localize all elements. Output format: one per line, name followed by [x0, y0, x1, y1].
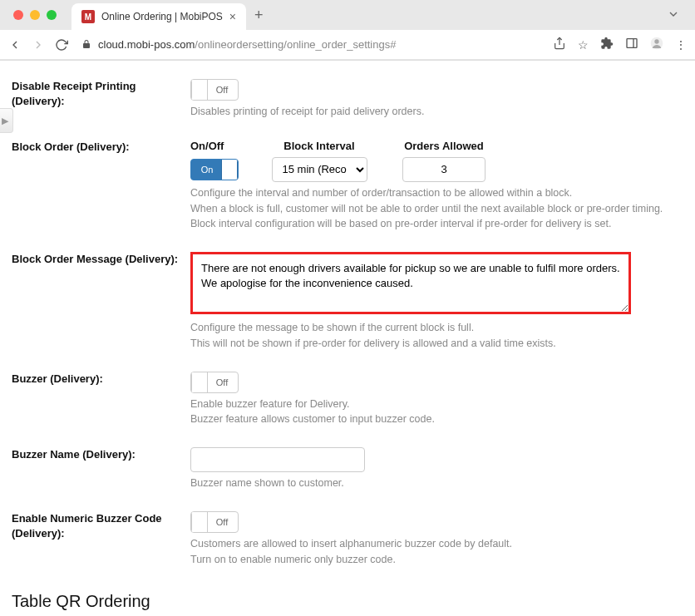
setting-label: Disable Receipt Printing (Delivery):	[12, 79, 190, 120]
block-interval-select[interactable]: 15 min (Recommended)	[272, 157, 367, 182]
tab-bar: M Online Ordering | MobiPOS × +	[0, 0, 695, 30]
help-text: Configure the message to be shown if the…	[190, 320, 683, 336]
column-header: On/Off	[190, 140, 253, 152]
toggle-buzzer[interactable]: Off	[190, 372, 239, 393]
setting-block-order: Block Order (Delivery): On/Off Block Int…	[12, 130, 683, 242]
setting-numeric-buzzer: Enable Numeric Buzzer Code (Delivery): O…	[12, 501, 683, 578]
help-text: Enable buzzer feature for Delivery.	[190, 397, 683, 412]
column-header: Block Interval	[253, 140, 386, 152]
setting-label: Block Order (Delivery):	[12, 140, 190, 232]
svg-rect-1	[627, 39, 637, 48]
chevron-down-icon[interactable]	[667, 7, 680, 23]
window-controls	[7, 10, 63, 20]
block-order-message-textarea[interactable]	[190, 252, 631, 314]
favicon-icon: M	[81, 10, 95, 23]
reload-button[interactable]	[55, 38, 68, 52]
browser-tab[interactable]: M Online Ordering | MobiPOS ×	[71, 3, 246, 30]
help-text: This will not be shown if pre-order for …	[190, 336, 683, 352]
toggle-block-order[interactable]: On	[190, 159, 239, 180]
new-tab-button[interactable]: +	[254, 7, 264, 24]
share-icon[interactable]	[553, 37, 566, 52]
profile-icon[interactable]	[650, 37, 663, 52]
side-panel-handle[interactable]: ▶	[0, 108, 13, 133]
panel-icon[interactable]	[625, 37, 638, 52]
setting-label: Block Order Message (Delivery):	[12, 252, 190, 352]
setting-buzzer-name: Buzzer Name (Delivery): Buzzer name show…	[12, 437, 683, 501]
lock-icon	[81, 39, 91, 51]
svg-point-4	[654, 39, 658, 43]
window-close-button[interactable]	[13, 10, 23, 20]
section-title: Table QR Ordering	[12, 592, 683, 611]
toggle-numeric-buzzer[interactable]: Off	[190, 511, 239, 533]
setting-label: Enable Numeric Buzzer Code (Delivery):	[12, 511, 190, 568]
url-path: /onlineordersetting/online_order_setting…	[195, 38, 396, 51]
close-tab-icon[interactable]: ×	[229, 10, 236, 23]
help-text: Turn on to enable numeric only buzzer co…	[190, 552, 683, 568]
setting-label: Buzzer Name (Delivery):	[12, 447, 190, 491]
setting-disable-receipt-printing: Disable Receipt Printing (Delivery): Off…	[12, 69, 683, 130]
column-header: Orders Allowed	[386, 140, 502, 152]
orders-allowed-input[interactable]	[402, 157, 486, 182]
url-field[interactable]: cloud.mobi-pos.com/onlineordersetting/on…	[78, 38, 543, 51]
window-minimize-button[interactable]	[30, 10, 40, 20]
help-text: Configure the interval and number of ord…	[190, 185, 683, 201]
help-text: Customers are allowed to insert alphanum…	[190, 536, 683, 552]
setting-buzzer: Buzzer (Delivery): Off Enable buzzer fea…	[12, 362, 683, 438]
toolbar-icons: ☆ ⋮	[553, 37, 687, 52]
browser-chrome: M Online Ordering | MobiPOS × + cloud.mo…	[0, 0, 695, 61]
address-bar: cloud.mobi-pos.com/onlineordersetting/on…	[0, 30, 695, 60]
extensions-icon[interactable]	[600, 37, 614, 52]
settings-content: Disable Receipt Printing (Delivery): Off…	[0, 61, 695, 616]
tab-title: Online Ordering | MobiPOS	[101, 11, 223, 22]
help-text: Disables printing of receipt for paid de…	[190, 104, 683, 120]
buzzer-name-input[interactable]	[190, 447, 365, 472]
forward-button[interactable]	[32, 38, 45, 52]
url-domain: cloud.mobi-pos.com	[98, 38, 195, 51]
menu-icon[interactable]: ⋮	[675, 38, 687, 52]
help-text: Buzzer feature allows customer to input …	[190, 411, 683, 427]
window-maximize-button[interactable]	[47, 10, 57, 20]
help-text: Block interval configuration will be bas…	[190, 216, 683, 232]
setting-label: Buzzer (Delivery):	[12, 372, 190, 428]
help-text: When a block is full, customer will not …	[190, 201, 683, 217]
help-text: Buzzer name shown to customer.	[190, 476, 683, 491]
back-button[interactable]	[8, 38, 22, 52]
setting-block-order-message: Block Order Message (Delivery): Configur…	[12, 242, 683, 362]
bookmark-icon[interactable]: ☆	[578, 38, 589, 52]
toggle-disable-receipt-printing[interactable]: Off	[190, 79, 239, 101]
